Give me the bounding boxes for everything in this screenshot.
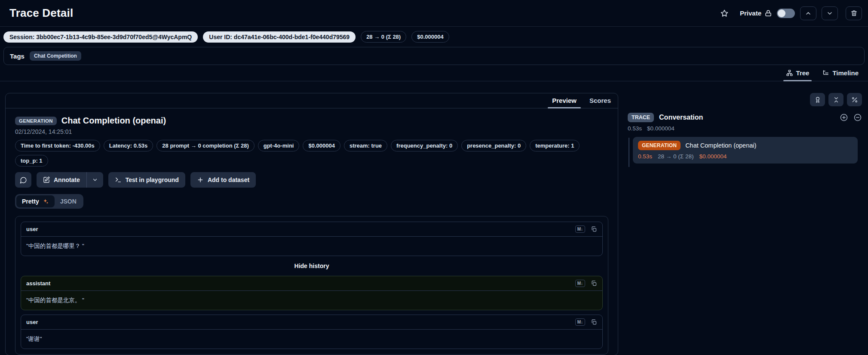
observation-title: Chat Completion (openai) xyxy=(61,116,166,126)
award-icon xyxy=(814,96,821,103)
user-id-badge[interactable]: User ID: dc47a41e-06bc-400d-bde1-f0e440d… xyxy=(203,31,356,43)
metric-badge-presence-penalty: presence_penalty: 0 xyxy=(461,140,526,151)
metric-badge-cost: $0.000004 xyxy=(303,140,340,151)
generation-header: GENERATION Chat Completion (openai) xyxy=(15,116,608,126)
comment-button[interactable] xyxy=(15,172,31,188)
tags-label: Tags xyxy=(10,52,25,60)
message-header: assistant M↓ xyxy=(21,276,602,291)
metric-badge-temperature: temperature: 1 xyxy=(530,140,580,151)
dataset-label: Add to dataset xyxy=(208,176,249,183)
bookmark-button[interactable] xyxy=(718,7,730,19)
tab-tree[interactable]: Tree xyxy=(785,68,810,81)
previous-trace-button[interactable] xyxy=(800,6,816,20)
privacy-toggle[interactable] xyxy=(777,9,795,18)
trace-metrics: 0.53s $0.000004 xyxy=(628,125,862,132)
hide-history-button[interactable]: Hide history xyxy=(294,260,329,272)
action-buttons: Annotate Test in playground xyxy=(15,172,608,188)
tree-node-generation[interactable]: GENERATION Chat Completion (openai) 0.53… xyxy=(633,137,858,164)
copy-icon xyxy=(591,226,597,232)
fold-vertical-icon xyxy=(833,96,840,103)
markdown-toggle-icon[interactable]: M↓ xyxy=(575,280,585,287)
format-json-button[interactable]: JSON xyxy=(55,195,82,207)
panel-tabs: Preview Scores xyxy=(6,93,618,108)
collapse-tree-button[interactable] xyxy=(853,113,862,122)
copy-button[interactable] xyxy=(591,319,597,325)
sparkles-icon xyxy=(42,198,49,205)
io-messages-container: user M↓ "中国的首都是哪里？ " Hide history xyxy=(15,216,608,355)
message-user-2: user M↓ "谢谢" xyxy=(21,315,603,349)
tree-icon xyxy=(786,69,793,77)
cost-badge: $0.000004 xyxy=(411,31,449,43)
metric-badge-top-p: top_p: 1 xyxy=(15,155,48,167)
node-tokens: 28 → 0 (Σ 28) xyxy=(658,153,693,160)
metric-badge-frequency-penalty: frequency_penalty: 0 xyxy=(391,140,458,151)
message-content: "中国的首都是哪里？ " xyxy=(21,237,602,256)
metric-badge-stream: stream: true xyxy=(344,140,387,151)
tab-scores[interactable]: Scores xyxy=(588,97,613,108)
trace-name: Conversation xyxy=(659,114,703,121)
observation-panel: Preview Scores GENERATION Chat Completio… xyxy=(5,93,618,355)
tree-connector-line xyxy=(629,138,629,167)
message-role: user xyxy=(26,226,38,232)
privacy-label: Private xyxy=(740,9,761,17)
trace-cost: $0.000004 xyxy=(647,125,675,132)
timeline-icon xyxy=(822,69,829,77)
metric-badge-latency: Latency: 0.53s xyxy=(104,140,153,151)
delete-trace-button[interactable] xyxy=(846,6,862,20)
copy-icon xyxy=(591,319,597,325)
message-header: user M↓ xyxy=(21,315,602,330)
annotate-split-button: Annotate xyxy=(37,172,103,188)
copy-button[interactable] xyxy=(591,280,597,287)
test-in-playground-button[interactable]: Test in playground xyxy=(108,172,185,188)
identifier-row: Session: 3bb00ec7-1b13-4c9b-85ee-3d9d70f… xyxy=(3,31,865,43)
next-trace-button[interactable] xyxy=(822,6,838,20)
observation-timestamp: 02/12/2024, 14:25:01 xyxy=(15,128,608,135)
expand-all-button[interactable] xyxy=(840,113,848,122)
tab-preview[interactable]: Preview xyxy=(550,97,578,108)
pretty-label: Pretty xyxy=(22,198,39,205)
scores-toggle-button[interactable] xyxy=(810,93,825,106)
trace-tree-panel: TRACE Conversation 0.53s $0.000004 xyxy=(625,93,863,355)
session-badge[interactable]: Session: 3bb00ec7-1b13-4c9b-85ee-3d9d70f… xyxy=(3,31,198,43)
node-name: Chat Completion (openai) xyxy=(685,142,756,149)
chevron-up-icon xyxy=(805,10,812,17)
generation-type-badge: GENERATION xyxy=(638,141,681,150)
trace-root-row[interactable]: TRACE Conversation xyxy=(628,113,862,122)
toggle-knob xyxy=(778,9,785,17)
markdown-toggle-icon[interactable]: M↓ xyxy=(575,225,585,233)
collapse-all-button[interactable] xyxy=(828,93,843,106)
add-to-dataset-button[interactable]: Add to dataset xyxy=(190,172,256,188)
tags-section: Tags Chat Competition xyxy=(3,47,865,65)
plus-icon xyxy=(197,176,204,183)
node-header: GENERATION Chat Completion (openai) xyxy=(638,141,853,150)
message-assistant: assistant M↓ "中国的首都是北京。 " xyxy=(21,276,603,310)
main-content: Preview Scores GENERATION Chat Completio… xyxy=(5,93,863,355)
node-cost: $0.000004 xyxy=(699,153,727,160)
star-icon xyxy=(720,9,729,18)
message-content: "谢谢" xyxy=(21,330,602,349)
annotate-button[interactable]: Annotate xyxy=(37,172,86,188)
markdown-toggle-icon[interactable]: M↓ xyxy=(575,318,585,326)
percent-icon xyxy=(851,96,858,103)
tab-timeline[interactable]: Timeline xyxy=(821,68,859,81)
playground-label: Test in playground xyxy=(126,176,179,183)
tag-chip[interactable]: Chat Competition xyxy=(30,51,81,61)
message-header: user M↓ xyxy=(21,222,602,237)
message-content: "中国的首都是北京。 " xyxy=(21,291,602,310)
copy-button[interactable] xyxy=(591,226,597,232)
metric-badge-model: gpt-4o-mini xyxy=(258,140,300,151)
tree-node-list: GENERATION Chat Completion (openai) 0.53… xyxy=(628,137,862,164)
token-usage-badge: 28 → 0 (Σ 28) xyxy=(361,31,406,43)
lock-icon xyxy=(764,9,772,17)
trace-latency: 0.53s xyxy=(628,125,642,132)
annotate-dropdown-button[interactable] xyxy=(87,172,103,188)
circle-plus-icon xyxy=(840,113,848,122)
panel-body: GENERATION Chat Completion (openai) 02/1… xyxy=(6,108,618,355)
chevron-down-icon xyxy=(826,10,833,17)
node-metrics: 0.53s 28 → 0 (Σ 28) $0.000004 xyxy=(638,153,853,160)
observation-type-badge: GENERATION xyxy=(15,117,57,125)
circle-minus-icon xyxy=(853,113,862,122)
metric-badge-tokens: 28 prompt → 0 completion (Σ 28) xyxy=(156,140,254,151)
format-pretty-button[interactable]: Pretty xyxy=(16,195,55,207)
metrics-toggle-button[interactable] xyxy=(847,93,862,106)
